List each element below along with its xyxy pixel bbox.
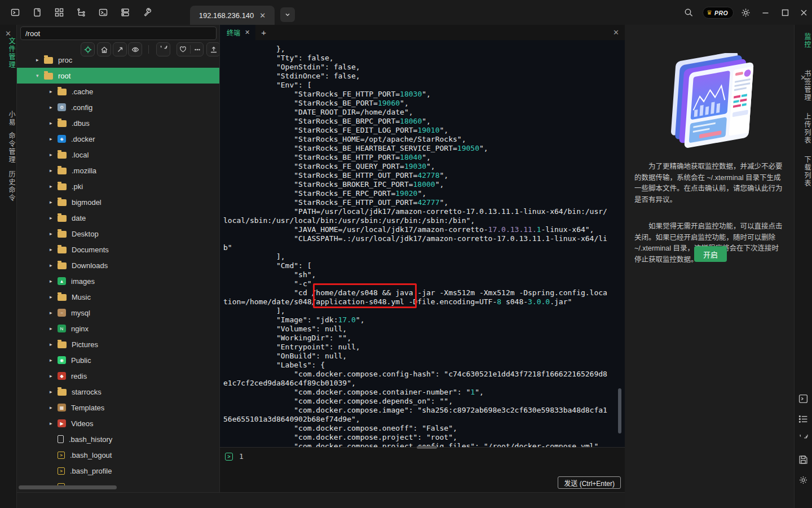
chevron-right-icon[interactable]: ▸ [50, 373, 58, 379]
task-list-icon[interactable] [798, 414, 809, 424]
terminal-tab[interactable]: 终端 ✕ [220, 25, 255, 40]
maximize-button[interactable] [780, 7, 790, 17]
tree-item-Desktop[interactable]: ▸Desktop [17, 226, 219, 242]
tree-item-Downloads[interactable]: ▸Downloads [17, 257, 219, 273]
terminal-line: "PATH=/usr/local/jdk17/amazon-corretto-1… [223, 207, 621, 216]
chevron-right-icon[interactable]: ▸ [50, 278, 58, 284]
tree-item-starrocks[interactable]: ▸starrocks [17, 384, 219, 400]
tree-item-bigmodel[interactable]: ▸bigmodel [17, 194, 219, 210]
local-shell-icon[interactable] [98, 7, 108, 17]
tools-wrench-icon[interactable] [142, 7, 152, 17]
tree-item-root[interactable]: ▾root [17, 68, 219, 84]
chevron-right-icon[interactable]: ▸ [50, 294, 58, 300]
tree-item-nginx[interactable]: ▸Nnginx [17, 321, 219, 336]
new-terminal-icon[interactable] [10, 7, 20, 17]
save-session-icon[interactable] [798, 455, 809, 465]
sidebar-close-icon[interactable]: ✕ [0, 29, 16, 38]
terminal-scrollbar[interactable] [618, 388, 621, 433]
terminal-line: "Labels": { [223, 361, 621, 370]
tree-item-Documents[interactable]: ▸Documents [17, 242, 219, 257]
tree-item-Public[interactable]: ▸◉Public [17, 352, 219, 368]
panel-settings-gear-icon[interactable] [798, 475, 809, 485]
enable-monitor-button[interactable]: 开启 [694, 246, 727, 262]
close-window-button[interactable] [798, 7, 809, 17]
tree-item-proc[interactable]: ▸proc [17, 54, 219, 68]
chevron-right-icon[interactable]: ▸ [50, 326, 58, 331]
chevron-right-icon[interactable]: ▸ [50, 341, 58, 347]
quick-terminal-icon[interactable] [798, 394, 809, 404]
session-tree-icon[interactable] [76, 7, 86, 17]
chevron-right-icon[interactable]: ▸ [50, 89, 58, 94]
chevron-right-icon[interactable]: ▸ [50, 168, 58, 173]
rail-tab-监控[interactable]: 监控 [795, 33, 812, 49]
tree-item-mysql[interactable]: ▸~mysql [17, 305, 219, 321]
chevron-right-icon[interactable]: ▸ [50, 262, 58, 268]
tree-item-.config[interactable]: ▸⚙.config [17, 99, 219, 115]
rail-tab-小易[interactable]: 小易 [0, 111, 16, 126]
sync-refresh-icon[interactable] [798, 435, 809, 445]
terminal-line: "OnBuild": null, [223, 352, 621, 361]
tab-list-dropdown[interactable] [280, 7, 295, 22]
tree-item-.dbus[interactable]: ▸.dbus [17, 115, 219, 131]
file-transfer-icon[interactable] [32, 7, 42, 17]
tree-item-Pictures[interactable]: ▸Pictures [17, 336, 219, 352]
chevron-right-icon[interactable]: ▸ [50, 120, 58, 126]
chevron-right-icon[interactable]: ▸ [50, 389, 58, 395]
tree-item-images[interactable]: ▸▲images [17, 273, 219, 289]
chevron-down-icon[interactable]: ▾ [36, 73, 44, 78]
chevron-right-icon[interactable]: ▸ [50, 104, 58, 110]
tree-item-.pki[interactable]: ▸.pki [17, 178, 219, 194]
tree-item-.local[interactable]: ▸.local [17, 147, 219, 163]
chevron-right-icon[interactable]: ▸ [50, 247, 58, 252]
chevron-right-icon[interactable]: ▸ [50, 199, 58, 205]
chevron-right-icon[interactable]: ▸ [50, 183, 58, 189]
tree-item-Music[interactable]: ▸Music [17, 289, 219, 305]
terminal-line: "sh", [223, 270, 621, 279]
chevron-right-icon[interactable]: ▸ [50, 215, 58, 221]
chevron-right-icon[interactable]: ▸ [50, 231, 58, 237]
server-list-icon[interactable] [120, 7, 130, 17]
session-tab[interactable]: 192.168.236.140 ✕ [190, 6, 275, 25]
rail-tab-命令管理[interactable]: 命令管理 [0, 132, 16, 164]
tree-item-Templates[interactable]: ▸▦Templates [17, 400, 219, 415]
add-terminal-tab-button[interactable]: + [261, 28, 266, 37]
command-input-area[interactable]: > 1 发送 (Ctrl+Enter) [220, 447, 625, 492]
rail-tab-文件管理[interactable]: 文件管理 [0, 37, 16, 69]
tree-item-Videos[interactable]: ▸▶Videos [17, 415, 219, 431]
terminal-tab-close-icon[interactable]: ✕ [245, 29, 250, 36]
minimize-button[interactable] [760, 7, 770, 17]
terminal-line: "StarRocks_FE_HTTP_OUT_PORT=42777", [223, 198, 621, 207]
chevron-right-icon[interactable]: ▸ [50, 136, 58, 142]
session-tab-close-icon[interactable]: ✕ [259, 12, 266, 19]
chevron-right-icon[interactable]: ▸ [50, 421, 58, 426]
tree-item-label: .local [72, 151, 89, 159]
rail-tab-上传列表[interactable]: 上传列表 [795, 113, 812, 144]
search-icon[interactable] [683, 7, 694, 17]
chevron-right-icon[interactable]: ▸ [50, 310, 58, 316]
path-input[interactable] [20, 27, 217, 40]
tree-item-.docker[interactable]: ▸◈.docker [17, 131, 219, 147]
terminal-panel-close-icon[interactable]: ✕ [613, 28, 619, 37]
chevron-right-icon[interactable]: ▸ [50, 357, 58, 363]
tree-item-date[interactable]: ▸date [17, 210, 219, 226]
chevron-right-icon[interactable]: ▸ [50, 152, 58, 157]
terminal-output[interactable]: }, "Tty": false, "OpenStdin": false, "St… [220, 40, 625, 447]
chevron-right-icon[interactable]: ▸ [50, 405, 58, 410]
tree-item-clipped[interactable]: > [17, 479, 219, 485]
rail-tab-历史命令[interactable]: 历史命令 [0, 170, 16, 202]
tree-item-redis[interactable]: ▸◆redis [17, 368, 219, 384]
tree-item-.bash_profile[interactable]: >.bash_profile [17, 463, 219, 479]
monitor-close-icon[interactable]: ✕ [795, 73, 812, 82]
resize-handle[interactable] [417, 446, 437, 449]
Public-icon: ◉ [58, 356, 66, 364]
tree-item-.cache[interactable]: ▸.cache [17, 84, 219, 99]
tree-item-.bash_logout[interactable]: >.bash_logout [17, 447, 219, 463]
send-button[interactable]: 发送 (Ctrl+Enter) [558, 476, 621, 489]
rail-tab-下载列表[interactable]: 下载列表 [795, 156, 812, 187]
apps-grid-icon[interactable] [54, 7, 64, 17]
chevron-right-icon[interactable]: ▸ [36, 57, 44, 63]
tree-item-.mozilla[interactable]: ▸.mozilla [17, 163, 219, 178]
tree-item-.bash_history[interactable]: .bash_history [17, 431, 219, 447]
settings-gear-icon[interactable] [740, 7, 751, 17]
horizontal-scrollbar[interactable] [19, 485, 117, 489]
